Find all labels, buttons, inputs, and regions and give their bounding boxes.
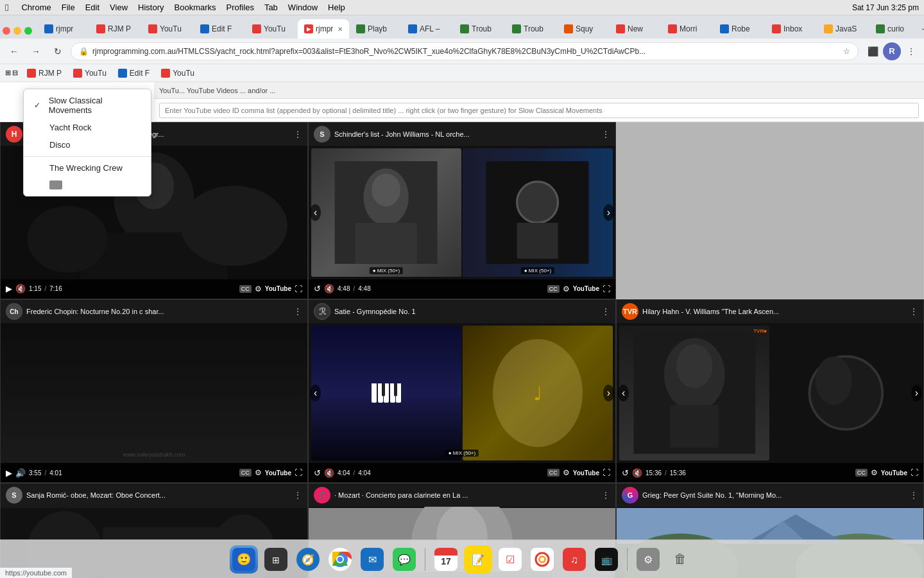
tab-troub1[interactable]: Troub [454, 19, 505, 39]
video-menu-sanja[interactable]: ⋮ [293, 490, 302, 500]
cc-chopin[interactable]: CC [239, 469, 252, 477]
dock-launchpad[interactable]: ⊞ [262, 545, 290, 574]
fullscreen-satie[interactable]: ⛶ [603, 468, 610, 477]
playlist-input[interactable] [159, 103, 919, 118]
dock-reminders[interactable]: ☑ [496, 545, 524, 574]
video-menu-schindler[interactable]: ⋮ [601, 129, 610, 139]
menu-history[interactable]: History [138, 3, 164, 12]
settings-chopin[interactable]: ⚙ [255, 468, 262, 477]
dock-trash[interactable]: 🗑 [666, 545, 694, 574]
bookmark-edit[interactable]: Edit F [113, 66, 155, 80]
menu-bookmarks[interactable]: Bookmarks [175, 3, 216, 12]
tab-curio[interactable]: curio [869, 19, 921, 39]
dropdown-item-slow-classical[interactable]: ✓ Slow Classical Movements [24, 92, 151, 119]
dropdown-item-disco[interactable]: Disco [24, 136, 151, 153]
back-button[interactable]: ← [5, 42, 23, 60]
dock-music[interactable]: ♫ [560, 545, 588, 574]
fullscreen-schindler[interactable]: ⛶ [603, 285, 610, 293]
tab-rjmp1[interactable]: rjmpr [38, 19, 89, 39]
fullscreen-chopin[interactable]: ⛶ [295, 468, 302, 477]
dock-notes[interactable]: 📝 [464, 545, 492, 574]
video-menu-hilary[interactable]: ⋮ [909, 306, 918, 317]
video-menu-brahms[interactable]: ⋮ [293, 129, 302, 139]
replay-hilary[interactable]: ↺ [622, 468, 629, 478]
dock-tv[interactable]: 📺 [592, 545, 620, 574]
tab-playb[interactable]: Playb [350, 19, 401, 39]
tab-robe[interactable]: Robe [714, 19, 765, 39]
dropdown-item-wrecking-crew[interactable]: The Wrecking Crew [24, 159, 151, 177]
tab-youtube2[interactable]: YouTu [246, 19, 297, 39]
tab-edit1[interactable]: Edit F [194, 19, 245, 39]
video-menu-grieg[interactable]: ⋮ [909, 490, 918, 500]
play-pause-brahms[interactable]: ▶ [6, 284, 12, 293]
replay-satie[interactable]: ↺ [314, 468, 321, 478]
more-options-icon[interactable]: ⋮ [903, 44, 919, 59]
volume-schindler[interactable]: 🔇 [324, 284, 334, 293]
settings-brahms[interactable]: ⚙ [255, 285, 262, 293]
tab-close-icon[interactable]: ✕ [338, 26, 343, 33]
dock-finder[interactable]: 🙂 [230, 545, 258, 574]
settings-schindler[interactable]: ⚙ [563, 285, 570, 293]
tab-inbox[interactable]: Inbox [766, 19, 817, 39]
tab-afl[interactable]: AFL – [402, 19, 453, 39]
tab-youtube1[interactable]: YouTu [142, 19, 193, 39]
menu-file[interactable]: File [62, 3, 75, 12]
video-menu-satie[interactable]: ⋮ [601, 306, 610, 317]
fullscreen-brahms[interactable]: ⛶ [295, 285, 302, 293]
refresh-button[interactable]: ↻ [49, 42, 67, 60]
play-pause-chopin[interactable]: ▶ [6, 468, 12, 478]
menu-window[interactable]: Window [288, 3, 318, 12]
tab-morr[interactable]: Morri [662, 19, 713, 39]
volume-satie[interactable]: 🔇 [324, 468, 334, 478]
video-menu-chopin[interactable]: ⋮ [293, 306, 302, 317]
tab-new[interactable]: New [610, 19, 661, 39]
bookmark-youtube2[interactable]: YouTu [156, 66, 200, 80]
settings-hilary[interactable]: ⚙ [871, 468, 878, 477]
minimize-window-btn[interactable] [13, 27, 21, 35]
tab-troub2[interactable]: Troub [506, 19, 557, 39]
dock-safari[interactable]: 🧭 [294, 545, 322, 574]
maximize-window-btn[interactable] [24, 27, 32, 35]
dropdown-item-extra[interactable] [24, 177, 151, 193]
fullscreen-hilary[interactable]: ⛶ [911, 468, 918, 477]
dock-settings[interactable]: ⚙ [634, 545, 662, 574]
video-menu-mozart[interactable]: ⋮ [601, 490, 610, 500]
bookmark-youtube[interactable]: YouTu [68, 66, 112, 80]
menu-help[interactable]: Help [328, 3, 345, 12]
new-tab-button[interactable]: + [921, 21, 924, 39]
settings-satie[interactable]: ⚙ [563, 468, 570, 477]
apple-logo[interactable]:  [5, 2, 8, 13]
menu-chrome[interactable]: Chrome [21, 3, 51, 12]
tab-squy[interactable]: Squy [558, 19, 609, 39]
menu-profiles[interactable]: Profiles [227, 3, 254, 12]
replay-schindler[interactable]: ↺ [314, 284, 321, 293]
cc-satie[interactable]: CC [547, 469, 560, 477]
menu-edit[interactable]: Edit [85, 3, 99, 12]
tab-rjm2[interactable]: RJM P [90, 19, 141, 39]
bookmark-rjmp[interactable]: RJM P [22, 66, 67, 80]
tab-java[interactable]: JavaS [817, 19, 869, 39]
tab-active[interactable]: ▶ rjmpr ✕ [298, 19, 349, 39]
bookmark-star-icon[interactable]: ☆ [843, 47, 850, 56]
dock-chrome[interactable] [326, 545, 354, 574]
dock-messages[interactable]: 💬 [390, 545, 418, 574]
menu-view[interactable]: View [110, 3, 128, 12]
bookmark-icon2[interactable]: ⊟ [12, 69, 18, 77]
profile-icon[interactable]: R [883, 42, 901, 60]
menu-tab[interactable]: Tab [264, 3, 278, 12]
dock-mail[interactable]: ✉ [358, 545, 386, 574]
cc-brahms[interactable]: CC [239, 285, 252, 293]
forward-button[interactable]: → [27, 42, 45, 60]
close-window-btn[interactable] [3, 27, 10, 35]
volume-brahms[interactable]: 🔇 [15, 284, 26, 293]
bookmark-icon[interactable]: ⊞ [5, 69, 11, 77]
cc-schindler[interactable]: CC [547, 285, 560, 293]
dropdown-item-yacht-rock[interactable]: Yacht Rock [24, 119, 151, 136]
dock-photos[interactable] [528, 545, 556, 574]
dock-calendar[interactable]: 17 [432, 545, 460, 574]
address-bar[interactable]: 🔒 rjmprogramming.com.au/HTMLCSS/yacht_ro… [71, 42, 859, 60]
cc-hilary[interactable]: CC [855, 469, 868, 477]
extensions-icon[interactable]: ⬛ [865, 44, 880, 59]
volume-hilary[interactable]: 🔇 [632, 468, 642, 478]
volume-chopin[interactable]: 🔊 [15, 468, 26, 478]
